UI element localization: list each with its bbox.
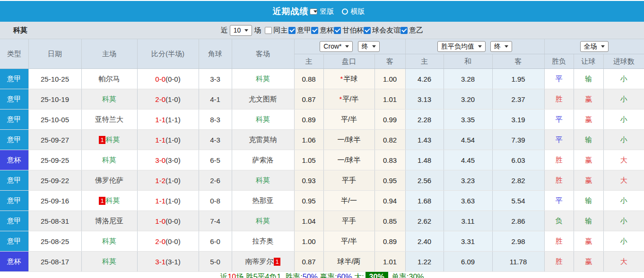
away-team-name[interactable]: 南蒂罗尔 [245, 257, 273, 265]
home-team-name[interactable]: 科莫 [102, 237, 116, 245]
col-header-avg-draw: 和 [444, 54, 492, 69]
away-team-name[interactable]: 科莫 [256, 217, 270, 225]
home-team-name[interactable]: 佛罗伦萨 [95, 176, 123, 184]
away-team-name[interactable]: 科莫 [256, 115, 270, 123]
filter-checkbox-2[interactable]: 意杯 [311, 26, 334, 35]
handicap-home-odds-cell: 0.88 [294, 69, 323, 89]
home-team-name[interactable]: 帕尔马 [99, 75, 120, 83]
handicap-home-odds-cell: 1.06 [294, 130, 323, 150]
match-row: 意甲25-10-19科莫2-0(1-0)4-1尤文图斯0.87*平/半1.013… [0, 89, 644, 110]
filter-checkbox-5[interactable]: 意乙 [400, 26, 423, 35]
filter-checkbox-label: 意甲 [297, 26, 311, 35]
corner-cell: 8-3 [199, 110, 232, 130]
avg-source-select[interactable]: 胜平负均值 [437, 41, 486, 52]
checked-checkbox-icon[interactable] [400, 27, 408, 34]
handicap-home-odds-cell: 0.87 [294, 89, 323, 110]
checked-checkbox-icon[interactable] [311, 27, 318, 34]
date-cell: 25-09-16 [28, 191, 81, 211]
league-cell: 意甲 [0, 191, 28, 211]
avg-home-odds-cell: 1.48 [405, 150, 444, 170]
handicap-source-select[interactable]: Crow* [320, 41, 353, 52]
handicap-value: 平/半 [341, 115, 357, 123]
score-cell: 3-1(3-1) [137, 252, 199, 272]
avg-draw-odds-cell: 3.31 [444, 231, 492, 252]
handicap-value: 一/球半 [337, 156, 360, 164]
summary-segment: 赢率: [318, 272, 337, 278]
handicap-cell: 半/一 [323, 191, 374, 211]
away-team-name[interactable]: 科莫 [256, 75, 270, 83]
away-team-name[interactable]: 克雷莫纳 [249, 135, 277, 143]
match-row: 意杯25-08-17科莫3-1(3-1)5-0南蒂罗尔10.87球半/两1.01… [0, 252, 644, 272]
score-cell: 2-0(1-0) [137, 89, 199, 110]
avg-home-odds-cell: 2.28 [405, 110, 444, 130]
col-header-let-goal: 让球 [574, 54, 603, 69]
checked-checkbox-icon[interactable] [288, 27, 296, 34]
date-cell: 25-10-19 [28, 89, 81, 110]
date-cell: 25-10-25 [28, 69, 81, 89]
home-team-cell: 博洛尼亚 [81, 211, 137, 231]
filter-checkbox-3[interactable]: 甘伯杯 [334, 26, 364, 35]
corner-cell: 5-0 [199, 252, 232, 272]
away-team-name[interactable]: 萨索洛 [252, 156, 274, 164]
summary-bar: 近10场,胜5平4负1, 胜率:50% 赢率:60% 大:30% 单率:30% [0, 272, 644, 278]
near-label: 近 [221, 26, 228, 35]
halftime-score: (3-1) [165, 258, 181, 266]
summary-segment: 50% [303, 273, 318, 278]
avg-draw-odds-cell: 3.23 [444, 170, 492, 191]
avg-stage-select[interactable]: 终 [490, 41, 512, 52]
corner-cell: 6-5 [199, 150, 232, 170]
vertical-layout-label[interactable]: 竖版 [320, 7, 334, 16]
avg-home-odds-cell: 3.13 [405, 89, 444, 110]
team-name: 科莫 [13, 26, 27, 35]
filter-checkbox-1[interactable]: 意甲 [288, 26, 311, 35]
avg-away-odds-cell: 2.86 [492, 211, 544, 231]
league-cell: 意甲 [0, 89, 28, 110]
filter-checkbox-0[interactable]: 同主 [265, 26, 287, 35]
away-team-name[interactable]: 科莫 [256, 176, 270, 184]
match-count-select[interactable]: 10 [230, 25, 252, 36]
home-team-name[interactable]: 科莫 [102, 156, 116, 164]
halftime-score: (1-0) [165, 136, 181, 144]
home-team-name[interactable]: 博洛尼亚 [95, 217, 123, 225]
handicap-value: 球半/两 [337, 257, 360, 265]
halftime-score: (0-0) [165, 75, 181, 83]
horizontal-layout-label[interactable]: 横版 [351, 7, 365, 16]
home-rank-badge: 1 [99, 197, 105, 205]
result-cell: 胜 [544, 89, 574, 110]
filter-checkbox-label: 意杯 [320, 26, 334, 35]
vertical-layout-radio[interactable] [310, 8, 317, 15]
unchecked-checkbox-icon[interactable] [265, 27, 272, 34]
avg-home-odds-cell: 2.62 [405, 211, 444, 231]
scope-select[interactable]: 全场 [580, 41, 609, 52]
home-team-name[interactable]: 科莫 [102, 95, 116, 103]
handicap-stage-select[interactable]: 终 [358, 41, 380, 52]
avg-away-odds-cell: 5.54 [492, 191, 544, 211]
handicap-away-odds-cell: 0.94 [374, 191, 405, 211]
goals-result-cell: 大 [603, 252, 644, 272]
away-team-name[interactable]: 拉齐奥 [252, 237, 274, 245]
filter-checkbox-label: 同主 [273, 26, 287, 35]
away-team-cell: 克雷莫纳 [232, 130, 294, 150]
away-team-name[interactable]: 尤文图斯 [249, 95, 277, 103]
checked-checkbox-icon[interactable] [334, 27, 341, 34]
home-team-name[interactable]: 科莫 [106, 196, 120, 204]
fulltime-score: 1-1 [155, 116, 165, 124]
horizontal-layout-radio[interactable] [342, 8, 348, 15]
away-team-name[interactable]: 热那亚 [252, 196, 274, 204]
score-cell: 1-1(1-0) [137, 130, 199, 150]
goals-result-cell: 大 [603, 150, 644, 170]
away-team-cell: 科莫 [232, 69, 294, 89]
home-team-name[interactable]: 亚特兰大 [95, 115, 123, 123]
result-cell: 负 [544, 211, 574, 231]
avg-home-odds-cell: 1.22 [405, 252, 444, 272]
home-team-name[interactable]: 科莫 [102, 257, 116, 265]
halftime-score: (0-0) [165, 217, 181, 225]
avg-draw-odds-cell: 4.54 [444, 130, 492, 150]
handicap-away-odds-cell: 0.95 [374, 170, 405, 191]
let-goal-result-cell: 输 [574, 191, 603, 211]
live-star-icon: * [340, 75, 343, 83]
filter-checkbox-4[interactable]: 球会友谊 [364, 26, 400, 35]
checked-checkbox-icon[interactable] [364, 27, 371, 34]
home-team-name[interactable]: 科莫 [106, 135, 120, 143]
fulltime-score: 2-0 [155, 95, 165, 103]
